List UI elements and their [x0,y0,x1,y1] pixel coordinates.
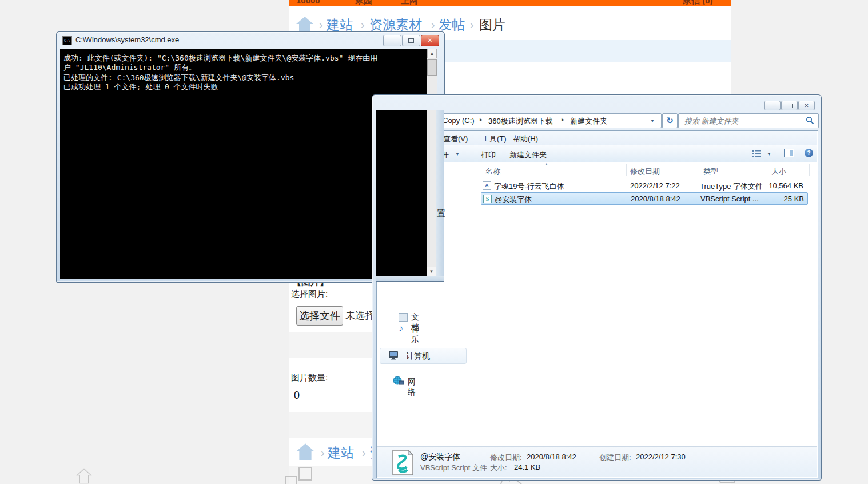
search-icon[interactable] [806,116,814,125]
menu-view[interactable]: 查看(V) [440,134,471,144]
cmd-window-border [436,110,444,276]
console-line: 已处理的文件: C:\360极速浏览器下载\新建文件夹\@安装字体.vbs [63,73,294,82]
select-image-label: 选择图片: [291,289,328,300]
artifact-black-region [376,110,427,276]
list-view-icon[interactable] [751,149,761,157]
cmd-scrollbar[interactable]: ▼ [427,110,436,276]
desktop: { "glyphs": { "caret_down": "▼", "sort_u… [0,0,868,484]
maximize-icon [408,38,414,43]
column-divider[interactable] [694,164,694,176]
search-box[interactable]: 搜索 新建文件夹 [678,113,819,128]
scroll-up-button[interactable]: ▲ [427,49,437,58]
computer-icon [388,351,399,360]
view-dropdown-icon[interactable]: ▼ [767,152,771,157]
cmd-window-title: C:\Windows\system32\cmd.exe [75,35,179,44]
breadcrumb-separator: › [361,18,365,31]
refresh-icon: ↻ [666,116,674,125]
network-icon [393,376,404,386]
font-file-icon: A [483,181,491,190]
document-icon [399,313,408,322]
choose-file-button[interactable]: 选择文件 [296,306,343,326]
breadcrumb-separator: › [321,446,325,459]
top-bar-item[interactable]: 10000 [296,0,320,5]
vbscript-file-icon: S [483,195,492,203]
column-name[interactable]: 名称 [485,166,500,177]
address-crumb-newfolder[interactable]: 新建文件夹 [570,116,607,126]
column-date[interactable]: 修改日期 [630,166,660,177]
minimize-icon: – [391,38,394,43]
file-row-selected[interactable]: S @安装字体 2020/8/18 8:42 VBScript Script .… [481,192,808,205]
image-count-value: 0 [294,390,300,402]
sort-arrow-icon: ▲ [544,162,548,166]
column-header-row: ▲ 名称 修改日期 类型 大小 [471,162,817,177]
refresh-button[interactable]: ↻ [662,113,678,128]
top-bar-item[interactable]: 上网 [401,0,418,6]
column-size[interactable]: 大小 [771,166,786,177]
maximize-button[interactable] [781,101,798,110]
preview-pane-icon[interactable] [784,149,794,157]
close-icon: ✕ [428,38,432,43]
file-list: ▲ 名称 修改日期 类型 大小 A 字魂19号-行云飞白体 2022/2/12 … [471,162,817,446]
vbscript-file-icon-large [391,450,414,475]
home-icon[interactable] [296,442,315,461]
details-file-name: @安装字体 [420,452,460,462]
address-dropdown-icon[interactable]: ▼ [650,118,655,124]
column-divider[interactable] [809,164,810,176]
details-type: VBScript Script 文件 [420,463,487,473]
home-outline-icon[interactable] [73,468,95,484]
help-glyph: ? [807,150,810,156]
breadcrumb2-link-jianzhan[interactable]: 建站 [328,444,354,462]
close-button[interactable]: ✕ [798,101,815,110]
toolbar-print-button[interactable]: 打印 [481,150,496,160]
menu-tools[interactable]: 工具(T) [479,134,510,144]
details-size-label: 大小: [490,463,507,473]
breadcrumb-separator: › [362,446,366,459]
grid-icon[interactable] [298,467,312,481]
file-size: 25 KB [747,195,804,203]
scroll-up-icon: ▲ [430,51,435,56]
minimize-button[interactable]: – [764,101,781,110]
address-separator-icon: ▸ [562,116,564,122]
column-divider[interactable] [759,164,759,176]
close-icon: ✕ [804,103,809,109]
scrollbar-thumb[interactable] [427,59,437,76]
details-pane: @安装字体 修改日期: 2020/8/18 8:42 创建日期: 2022/2/… [377,446,817,477]
grid-icon[interactable] [285,476,297,484]
breadcrumb-current: 图片 [479,16,505,34]
file-size: 10,564 KB [746,181,803,190]
file-name: 字魂19号-行云飞白体 [494,181,564,192]
nav-item-label: 网络 [408,377,416,398]
address-crumb-download[interactable]: 360极速浏览器下载 [488,116,553,126]
help-icon[interactable]: ? [805,149,813,157]
column-type[interactable]: 类型 [703,166,718,177]
console-line: 成功: 此文件(或文件夹): "C:\360极速浏览器下载\新建文件夹\@安装字… [63,54,377,63]
open-dropdown-icon[interactable]: ▼ [455,152,460,157]
nav-item-computer[interactable]: 计算机 [380,348,467,364]
toolbar-new-folder-button[interactable]: 新建文件夹 [509,150,547,160]
maximize-button[interactable] [402,35,420,46]
details-size-value: 24.1 KB [514,463,540,471]
scroll-down-button[interactable]: ▼ [427,267,436,276]
file-name: @安装字体 [495,195,532,205]
minimize-button[interactable]: – [383,35,401,46]
cmd-window-border [376,276,444,282]
details-created-label: 创建日期: [599,453,631,463]
file-row[interactable]: A 字魂19号-行云飞白体 2022/2/12 7:22 TrueType 字体… [481,180,809,192]
address-separator-icon: ▸ [480,116,483,122]
close-button[interactable]: ✕ [421,35,439,46]
column-divider[interactable] [626,164,627,176]
scroll-down-icon: ▼ [429,269,434,274]
address-root[interactable]: Copy (C:) [443,116,475,125]
top-bar-item[interactable]: 家园 [355,0,372,6]
cmd-icon: C:\ [62,36,72,45]
nav-partial-text: 置 [437,208,445,219]
breadcrumb-separator: › [470,18,474,31]
breadcrumb-separator: › [431,18,435,31]
address-bar[interactable]: Copy (C:) ▸ 360极速浏览器下载 ▸ 新建文件夹 ▼ [436,113,662,128]
breadcrumb-separator: › [319,18,323,31]
cmd-repaint-artifact: ▼ 置 [376,110,444,281]
file-date: 2020/8/18 8:42 [631,195,680,203]
home-icon[interactable] [296,15,314,33]
top-bar-messages[interactable]: 家信 (0) [683,0,713,6]
menu-help[interactable]: 帮助(H) [509,134,541,144]
